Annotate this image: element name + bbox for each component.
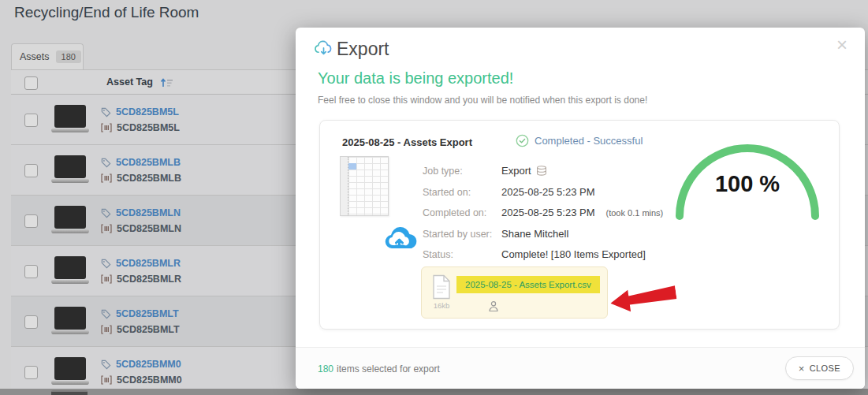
spreadsheet-icon bbox=[340, 156, 389, 216]
modal-footer: 180items selected for export × CLOSE bbox=[296, 347, 865, 389]
close-button[interactable]: × CLOSE bbox=[785, 356, 854, 380]
export-job-card: 2025-08-25 - Assets Export Completed - S… bbox=[319, 120, 840, 330]
detail-label: Job type: bbox=[423, 166, 501, 177]
export-status-heading: Your data is being exported! bbox=[318, 69, 513, 88]
detail-value: Shane Mitchell bbox=[501, 228, 568, 240]
detail-job-type: Job type: Export bbox=[423, 165, 547, 177]
detail-value: Complete! [180 Items Exported] bbox=[501, 248, 646, 260]
cloud-download-icon bbox=[313, 38, 334, 59]
file-icon: 16kb bbox=[430, 274, 453, 310]
detail-label: Started on: bbox=[423, 187, 501, 198]
red-annotation-arrow bbox=[609, 281, 678, 315]
progress-value: 100 % bbox=[675, 171, 820, 197]
database-icon bbox=[536, 166, 547, 176]
detail-label: Completed on: bbox=[423, 207, 501, 218]
export-status-subheading: Feel free to close this window and you w… bbox=[318, 95, 647, 106]
export-file-attachment[interactable]: 16kb 2025-08-25 - Assets Export.csv bbox=[421, 266, 608, 319]
close-button-label: CLOSE bbox=[810, 363, 840, 373]
selection-count: 180 bbox=[318, 363, 333, 375]
job-title: 2025-08-25 - Assets Export bbox=[342, 136, 472, 148]
person-icon bbox=[488, 300, 499, 312]
detail-value: Export bbox=[501, 165, 531, 177]
close-button-x-icon: × bbox=[799, 363, 805, 375]
job-status-text: Completed - Successful bbox=[535, 135, 643, 147]
detail-started-by: Started by user: Shane Mitchell bbox=[423, 228, 568, 240]
close-icon[interactable]: × bbox=[836, 35, 848, 54]
detail-value: 2025-08-25 5:23 PM bbox=[501, 207, 595, 218]
modal-title: Export bbox=[337, 39, 389, 60]
file-size: 16kb bbox=[430, 301, 453, 310]
detail-started-on: Started on: 2025-08-25 5:23 PM bbox=[423, 186, 595, 198]
duration-note: (took 0.1 mins) bbox=[606, 208, 664, 218]
check-circle-icon bbox=[516, 134, 529, 147]
detail-label: Status: bbox=[423, 249, 501, 260]
detail-label: Started by user: bbox=[423, 229, 501, 240]
app-root: Recycling/End of Life Room Assets 180 As… bbox=[0, 0, 868, 395]
selection-text: items selected for export bbox=[337, 363, 440, 375]
detail-completed-on: Completed on: 2025-08-25 5:23 PM (took 0… bbox=[423, 207, 663, 218]
export-modal: Export × Your data is being exported! Fe… bbox=[296, 28, 865, 389]
job-status-badge: Completed - Successful bbox=[516, 134, 643, 147]
selection-summary: 180items selected for export bbox=[318, 363, 440, 375]
detail-value: 2025-08-25 5:23 PM bbox=[501, 186, 595, 198]
export-file-link[interactable]: 2025-08-25 - Assets Export.csv bbox=[456, 276, 600, 293]
detail-status: Status: Complete! [180 Items Exported] bbox=[423, 248, 646, 260]
cloud-upload-icon bbox=[382, 222, 423, 252]
